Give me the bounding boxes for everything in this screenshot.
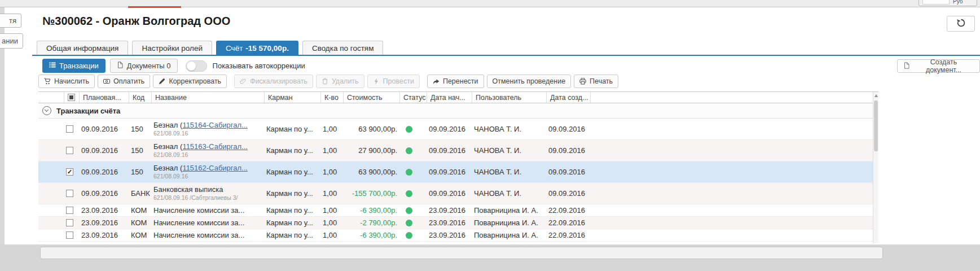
cell-start-date: 09.09.2016 <box>427 140 472 161</box>
cell-created-date: 09.09.2016 <box>546 161 590 182</box>
cell-filler <box>590 161 878 182</box>
toolbar-button-label: Начислить <box>54 77 89 85</box>
row-select-cell[interactable] <box>64 229 79 241</box>
table-row[interactable]: 23.09.2016КОМНачисление комиссии за...Ка… <box>38 217 878 229</box>
column-header-3[interactable]: Название <box>151 92 264 103</box>
column-header-6[interactable]: Стоимость <box>343 92 399 103</box>
row-select-cell[interactable] <box>64 119 79 139</box>
cell-name: Начисление комиссии за... <box>151 229 264 241</box>
tab-2[interactable]: Настройки ролей <box>132 41 212 55</box>
collapse-group-icon[interactable] <box>42 106 51 115</box>
transaction-link[interactable]: 115163-Сабиргал... <box>182 142 248 151</box>
create-document-button[interactable]: Создать документ... <box>897 59 980 73</box>
toolbar-button-7[interactable]: Перенести <box>427 75 484 88</box>
group-row-account-transactions[interactable]: Транзакции счёта <box>38 103 878 119</box>
cell-name: Начисление комиссии за... <box>151 217 264 229</box>
select-all-checkbox[interactable] <box>68 94 75 101</box>
column-header-7[interactable]: Статус <box>399 92 427 103</box>
transactions-button[interactable]: Транзакции <box>42 59 106 73</box>
autocorrections-toggle[interactable] <box>186 60 207 72</box>
column-header-8[interactable]: Дата нач... <box>427 92 472 103</box>
scrollbar-thumb[interactable] <box>874 100 878 151</box>
scroll-up-arrow-icon[interactable] <box>874 94 878 97</box>
cell-start-date: 09.09.2016 <box>427 183 472 204</box>
row-indent-cell <box>38 204 64 216</box>
table-row[interactable]: 09.09.2016150Безнал (115162-Сабиргал...6… <box>38 161 878 183</box>
table-row[interactable]: 23.09.2016КОМНачисление комиссии за...Ка… <box>38 204 878 217</box>
transaction-link[interactable]: 115162-Сабиргал... <box>182 164 248 172</box>
move-arrow-icon <box>433 78 440 85</box>
currency-selector[interactable]: Руб <box>919 0 977 6</box>
toolbar-button-9[interactable]: Печать <box>574 75 618 88</box>
history-button[interactable] <box>947 16 975 32</box>
transaction-note: 621/08.09.16 <box>153 151 188 159</box>
cell-planned-date: 09.09.2016 <box>79 140 129 161</box>
row-select-cell[interactable] <box>64 217 79 229</box>
toolbar-button-2[interactable]: Оплатить <box>98 75 150 88</box>
row-select-cell[interactable] <box>64 183 79 204</box>
cell-pocket: Карман по у... <box>264 204 320 216</box>
tab-4[interactable]: Сводка по гостям <box>302 41 384 55</box>
cell-filler <box>590 119 878 139</box>
grid-vertical-scrollbar[interactable] <box>873 92 878 243</box>
cell-start-date: 23.09.2016 <box>427 217 472 229</box>
row-select-cell[interactable] <box>64 161 79 182</box>
column-header-2[interactable]: Код <box>129 92 151 103</box>
transaction-link[interactable]: 115164-Сабиргал... <box>182 121 248 129</box>
tab-1[interactable]: Общая информация <box>37 41 128 55</box>
cell-user: Поварницина И. А. <box>472 229 546 241</box>
column-header-9[interactable]: Пользователь <box>472 92 546 103</box>
transaction-name: Безнал (115162-Сабиргал... <box>153 164 248 173</box>
row-select-cell[interactable] <box>64 140 79 161</box>
transaction-note: 621/08.09.16 <box>153 130 188 137</box>
page-title: №300062 - Оранж Волгоград ООО <box>42 15 230 28</box>
cell-planned-date: 09.09.2016 <box>79 183 129 204</box>
table-row[interactable]: 09.09.2016150Безнал (115163-Сабиргал...6… <box>38 140 878 161</box>
column-header-1[interactable]: Плановая... <box>79 92 129 103</box>
toolbar-button-3[interactable]: Корректировать <box>153 75 227 88</box>
row-checkbox[interactable] <box>66 125 73 133</box>
cell-code: БАНК <box>129 183 151 204</box>
cell-pocket: Карман по у... <box>264 140 320 161</box>
sidebar-cut-button-1[interactable]: тя <box>0 14 21 28</box>
row-checkbox[interactable] <box>66 147 73 154</box>
row-checkbox[interactable] <box>66 207 73 214</box>
sidebar-cut-button-2[interactable]: ании <box>0 33 23 49</box>
toolbar-button-8[interactable]: Отменить проведение <box>487 75 572 88</box>
row-checkbox[interactable] <box>66 190 73 197</box>
currency-input[interactable] <box>922 0 950 5</box>
screen: Руб тя ании №300062 - Оранж Волгоград ОО… <box>0 0 980 271</box>
cell-status <box>399 140 427 161</box>
toolbar-button-label: Перенести <box>443 77 478 85</box>
horizontal-scrollbar[interactable] <box>40 247 883 259</box>
row-select-cell[interactable] <box>64 204 79 216</box>
documents-button[interactable]: Документы 0 <box>110 59 178 73</box>
header-select-cell[interactable] <box>64 92 79 103</box>
cell-code: 150 <box>129 119 151 139</box>
toolbar-button-1[interactable]: Начислить <box>38 75 95 88</box>
table-row[interactable]: 09.09.2016150Безнал (115164-Сабиргал...6… <box>38 119 878 140</box>
table-row[interactable]: 23.09.2016КОМНачисление комиссии за...Ка… <box>38 229 878 242</box>
cell-created-date: 09.09.2016 <box>546 183 590 204</box>
cell-filler <box>590 217 878 229</box>
cell-quantity: 1,00 <box>320 119 343 139</box>
cell-filler <box>590 140 878 161</box>
cell-filler <box>590 204 878 216</box>
tab-label: Настройки ролей <box>142 44 203 53</box>
cart-icon <box>44 78 51 85</box>
status-dot-green <box>406 126 412 133</box>
loading-indicator-bar <box>128 6 181 8</box>
column-header-10[interactable]: Дата созд... <box>546 92 590 103</box>
row-checkbox[interactable] <box>66 231 73 239</box>
header-indent-cell <box>38 92 64 103</box>
column-header-4[interactable]: Карман <box>264 92 320 103</box>
cell-amount: -6 390,00р. <box>343 204 399 216</box>
row-checkbox[interactable] <box>66 168 73 176</box>
tab-3[interactable]: Счёт-15 570,00р. <box>216 41 298 55</box>
toolbar-button-label: Фискализировать <box>250 77 307 85</box>
cell-amount: -2 790,00р. <box>343 217 399 229</box>
row-checkbox[interactable] <box>66 219 73 226</box>
table-row[interactable]: 09.09.2016БАНКБанковская выписка621/08.0… <box>38 183 878 204</box>
cell-planned-date: 23.09.2016 <box>79 204 129 216</box>
column-header-5[interactable]: К-во <box>320 92 343 103</box>
